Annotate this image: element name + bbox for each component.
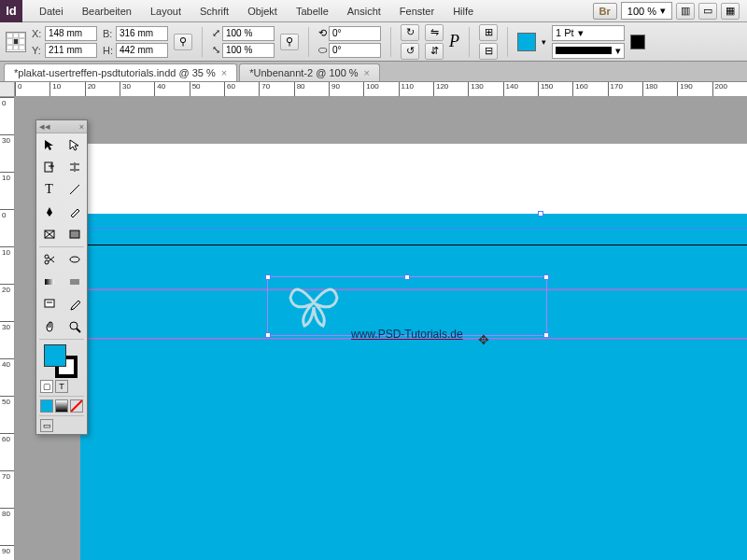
pen-tool[interactable] [36,201,62,223]
menu-objekt[interactable]: Objekt [238,2,287,21]
menu-ansicht[interactable]: Ansicht [338,2,390,21]
scale-x-field[interactable] [222,26,275,41]
rotate-icon: ⟲ [318,27,327,39]
close-icon[interactable]: × [364,67,370,78]
format-text-icon[interactable]: T [55,380,68,393]
selection-handle[interactable] [543,332,549,338]
format-container-icon[interactable]: ▢ [40,380,53,393]
close-icon[interactable]: × [221,67,227,78]
divider-line [80,245,747,245]
menu-bearbeiten[interactable]: Bearbeiten [73,2,141,21]
view-mode-icon[interactable]: ▭ [40,419,53,432]
arrange-icon[interactable]: ▦ [721,3,740,20]
apply-gradient-icon[interactable] [55,399,68,413]
menu-tabelle[interactable]: Tabelle [287,2,338,21]
move-cursor-icon: ✥ [478,332,489,347]
flip-h-icon[interactable]: ⇋ [425,24,444,41]
tab-plakat[interactable]: *plakat-usertreffen-psdtutorials.indd @ … [4,63,237,81]
chevron-down-icon: ▾ [660,5,666,17]
collapse-icon[interactable]: ◂◂ [39,120,50,133]
view-options-icon[interactable]: ▥ [676,3,695,20]
h-field[interactable] [116,43,168,58]
menu-fenster[interactable]: Fenster [390,2,444,21]
zoom-tool[interactable] [62,315,87,338]
fill-swatch[interactable] [517,33,536,51]
selection-handle[interactable] [265,332,271,338]
ruler-horizontal[interactable]: 0102030405060708090100110120130140150160… [15,82,747,97]
scale-y-field[interactable] [222,43,275,58]
w-field[interactable] [116,26,168,41]
rotate-ccw-icon[interactable]: ↺ [401,43,419,60]
ruler-vertical[interactable]: 030100102030405060708090 [0,97,15,560]
page-top [80,144,747,214]
flip-v-icon[interactable]: ⇵ [425,43,444,60]
distribute-icon[interactable]: ⊟ [479,43,498,60]
stroke-weight[interactable]: 1 Pt▾ [552,25,625,41]
y-field[interactable] [45,43,97,58]
gradient-feather-tool[interactable] [62,271,87,293]
w-label: B: [103,28,114,39]
page-tool[interactable] [36,156,62,178]
h-label: H: [103,45,114,56]
line-tool[interactable] [62,178,87,201]
selection-tool[interactable] [36,133,62,156]
ruler-origin[interactable] [0,82,15,97]
type-tool[interactable]: T [36,178,62,201]
gradient-swatch-tool[interactable] [36,271,62,293]
rotate-cw-icon[interactable]: ↻ [401,24,419,41]
direct-selection-tool[interactable] [62,133,87,156]
shear-field[interactable] [329,43,381,58]
stroke-preview [556,47,612,54]
free-transform-tool[interactable] [62,248,87,271]
apply-color-icon[interactable] [40,399,53,413]
zoom-level[interactable]: 100 %▾ [621,2,672,20]
app-logo: Id [0,0,22,22]
scale-x-icon: ⤢ [212,27,220,39]
page-handle[interactable] [538,211,543,217]
bridge-button[interactable]: Br [593,3,617,20]
hand-tool[interactable] [36,315,62,338]
rotate-field[interactable] [329,26,381,41]
scissors-tool[interactable] [36,248,62,271]
menu-hilfe[interactable]: Hilfe [444,2,483,21]
gap-tool[interactable] [62,156,87,178]
close-icon[interactable]: × [79,122,84,132]
toolbox-panel[interactable]: ◂◂ × T ▢ T [35,119,88,435]
align-icon[interactable]: ⊞ [479,24,498,41]
selection-handle[interactable] [265,274,271,280]
constrain-scale-icon[interactable]: ⚲ [280,34,299,50]
svg-line-14 [77,329,80,332]
guide-line[interactable] [80,228,747,229]
eyedropper-tool[interactable] [62,293,87,315]
x-field[interactable] [45,26,97,41]
menu-datei[interactable]: Datei [30,2,73,21]
toolbox-header[interactable]: ◂◂ × [36,120,87,133]
note-tool[interactable] [36,293,62,315]
screen-mode-icon[interactable]: ▭ [698,3,717,20]
pencil-tool[interactable] [62,201,87,223]
x-label: X: [32,28,43,39]
fill-color[interactable] [44,344,66,367]
svg-point-8 [70,257,79,262]
tab-unbenannt[interactable]: *Unbenannt-2 @ 100 %× [239,63,380,81]
selection-handle[interactable] [404,274,410,280]
canvas[interactable]: www.PSD-Tutorials.de ✥ [15,97,747,560]
zoom-value: 100 % [627,6,656,17]
reference-point[interactable] [6,32,26,52]
stroke-style[interactable]: ▾ [552,43,625,59]
fill-stroke-swatches[interactable] [36,341,87,378]
menubar: Id Datei Bearbeiten Layout Schrift Objek… [0,0,747,22]
stroke-swatch[interactable] [630,35,645,49]
shear-icon: ⬭ [318,44,327,56]
menu-layout[interactable]: Layout [141,2,190,21]
rectangle-frame-tool[interactable] [36,223,62,245]
tab-label: *plakat-usertreffen-psdtutorials.indd @ … [14,67,216,78]
svg-rect-10 [70,279,79,285]
selection-handle[interactable] [543,274,549,280]
constrain-icon[interactable]: ⚲ [174,34,192,50]
chevron-down-icon[interactable]: ▾ [542,37,546,47]
rectangle-tool[interactable] [62,223,87,245]
apply-none-icon[interactable] [70,399,83,413]
menu-schrift[interactable]: Schrift [190,2,238,21]
svg-rect-11 [45,300,54,307]
